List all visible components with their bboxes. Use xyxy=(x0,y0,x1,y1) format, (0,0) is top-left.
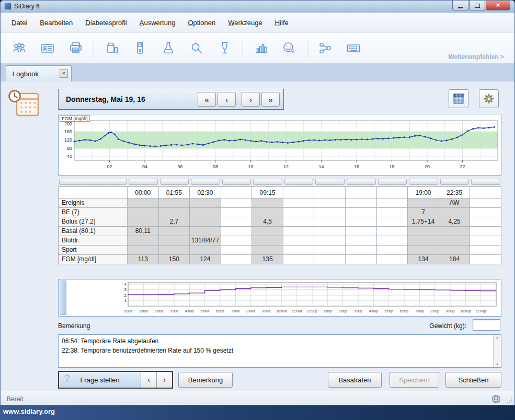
column-grip[interactable] xyxy=(222,179,251,185)
column-grip[interactable] xyxy=(59,179,127,185)
menu-optionen[interactable]: Optionen xyxy=(183,16,220,29)
table-cell[interactable] xyxy=(190,217,221,227)
table-cell[interactable] xyxy=(221,208,253,217)
table-cell[interactable] xyxy=(128,199,159,208)
table-cell[interactable] xyxy=(252,227,283,236)
footer-link[interactable]: www.sidiary.org xyxy=(3,407,55,415)
table-cell[interactable]: 124 xyxy=(190,255,221,264)
toolbar-keyboard-button[interactable] xyxy=(341,36,366,61)
table-cell[interactable] xyxy=(377,255,408,264)
table-cell[interactable] xyxy=(346,217,377,227)
settings-button[interactable] xyxy=(479,89,499,108)
time-header-cell[interactable]: 09:15 xyxy=(252,186,283,199)
table-cell[interactable] xyxy=(377,199,408,208)
column-grip[interactable] xyxy=(284,179,314,185)
table-cell[interactable] xyxy=(252,208,283,217)
table-cell[interactable] xyxy=(283,236,315,246)
previous-question-button[interactable]: ‹ xyxy=(141,372,156,388)
table-cell[interactable] xyxy=(252,199,283,208)
table-cell[interactable] xyxy=(159,208,190,217)
first-day-button[interactable]: « xyxy=(198,92,216,107)
column-grip[interactable] xyxy=(378,179,407,185)
toolbar-drinks-button[interactable] xyxy=(212,36,237,61)
table-cell[interactable] xyxy=(283,217,315,227)
table-cell[interactable] xyxy=(408,236,439,246)
time-header-cell[interactable]: 01:55 xyxy=(159,186,190,199)
resize-grip[interactable] xyxy=(506,396,513,405)
table-cell[interactable] xyxy=(470,236,501,246)
table-cell[interactable] xyxy=(283,199,315,208)
table-cell[interactable] xyxy=(314,255,346,264)
menu-bearbeiten[interactable]: Bearbeiten xyxy=(35,16,77,29)
table-cell[interactable] xyxy=(346,227,377,236)
table-cell[interactable]: 113 xyxy=(128,255,159,264)
column-grip[interactable] xyxy=(129,179,158,185)
table-cell[interactable] xyxy=(159,246,190,255)
table-cell[interactable] xyxy=(190,227,221,236)
time-header-cell[interactable]: 00:00 xyxy=(128,186,159,199)
table-cell[interactable] xyxy=(221,255,253,264)
scroll-up-icon[interactable]: ▲ xyxy=(496,335,499,340)
menu-diabetesprofil[interactable]: Diabetesprofil xyxy=(81,16,132,29)
table-cell[interactable] xyxy=(377,227,408,236)
table-cell[interactable] xyxy=(470,208,501,217)
time-header-cell[interactable]: 22:35 xyxy=(439,186,471,199)
table-view-button[interactable] xyxy=(449,89,468,108)
table-cell[interactable] xyxy=(190,199,221,208)
table-cell[interactable] xyxy=(314,208,346,217)
table-cell[interactable] xyxy=(314,227,346,236)
table-cell[interactable] xyxy=(346,199,377,208)
table-cell[interactable] xyxy=(470,227,501,236)
time-header-cell[interactable] xyxy=(377,186,408,199)
toolbar-share-button[interactable] xyxy=(313,36,338,61)
table-cell[interactable]: 150 xyxy=(159,255,190,264)
column-grip[interactable] xyxy=(347,179,376,185)
close-dialog-button[interactable]: Schließen xyxy=(445,372,501,388)
table-cell[interactable] xyxy=(408,246,439,255)
table-cell[interactable]: 184 xyxy=(439,255,471,264)
column-grip[interactable] xyxy=(471,179,500,185)
table-cell[interactable] xyxy=(408,199,439,208)
table-cell[interactable] xyxy=(314,217,346,227)
table-cell[interactable] xyxy=(470,199,501,208)
time-header-cell[interactable] xyxy=(283,186,315,199)
table-cell[interactable] xyxy=(252,236,283,246)
menu-datei[interactable]: Datei xyxy=(7,16,32,29)
table-cell[interactable] xyxy=(221,246,253,255)
table-cell[interactable] xyxy=(439,227,471,236)
table-cell[interactable] xyxy=(159,199,190,208)
next-day-button[interactable]: › xyxy=(242,92,260,107)
menu-auswertung[interactable]: Auswertung xyxy=(135,16,180,29)
toolbar-statistics-button[interactable] xyxy=(248,36,273,61)
table-cell[interactable] xyxy=(221,199,253,208)
time-header-cell[interactable]: 02:30 xyxy=(190,186,221,199)
time-header-cell[interactable] xyxy=(346,186,377,199)
table-cell[interactable]: 135 xyxy=(252,255,283,264)
table-cell[interactable]: 4,5 xyxy=(252,217,283,227)
menu-werkzeuge[interactable]: Werkzeuge xyxy=(223,16,267,29)
table-cell[interactable] xyxy=(470,217,501,227)
table-cell[interactable]: 80,11 xyxy=(128,227,159,236)
time-header-cell[interactable] xyxy=(221,186,253,199)
column-grip[interactable] xyxy=(315,179,345,185)
remark-scrollbar[interactable]: ▲ ▼ xyxy=(493,335,501,367)
table-cell[interactable]: 131/84/77 xyxy=(190,236,221,246)
table-cell[interactable] xyxy=(346,246,377,255)
menu-hilfe[interactable]: Hilfe xyxy=(270,16,293,29)
basal-rates-button[interactable]: Basalraten xyxy=(328,372,382,388)
table-cell[interactable] xyxy=(221,217,253,227)
table-cell[interactable]: 2,7 xyxy=(159,217,190,227)
toolbar-print-button[interactable] xyxy=(63,36,88,61)
table-cell[interactable] xyxy=(159,236,190,246)
column-grip[interactable] xyxy=(440,179,470,185)
table-cell[interactable] xyxy=(159,227,190,236)
table-cell[interactable] xyxy=(314,199,346,208)
table-cell[interactable] xyxy=(346,255,377,264)
remark-textarea[interactable]: 06:54: Temporäre Rate abgelaufen22:38: T… xyxy=(58,334,501,368)
remark-button[interactable]: Bemerkung xyxy=(178,372,233,388)
weight-input[interactable] xyxy=(473,319,500,331)
tab-logbook[interactable]: Logbook × xyxy=(6,65,72,81)
table-cell[interactable] xyxy=(190,246,221,255)
column-grip[interactable] xyxy=(253,179,282,185)
table-cell[interactable] xyxy=(439,246,471,255)
